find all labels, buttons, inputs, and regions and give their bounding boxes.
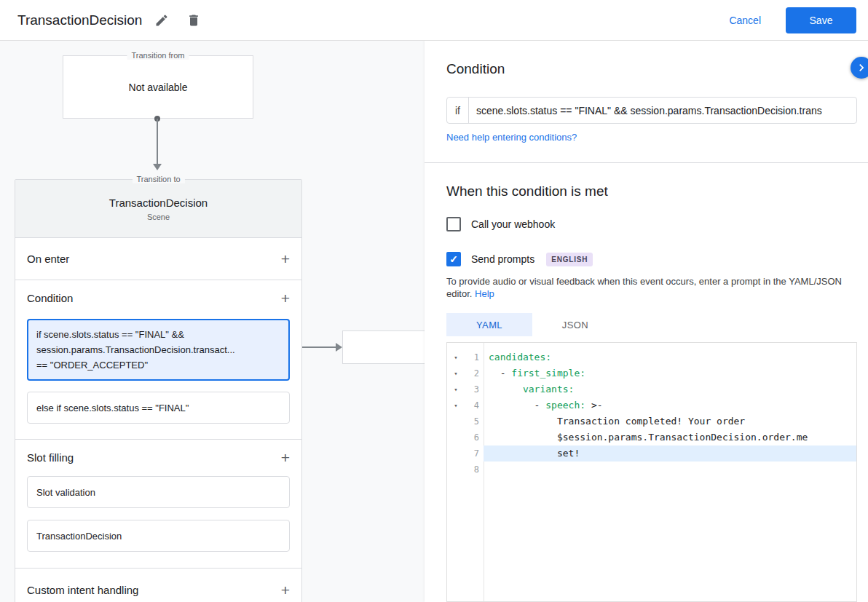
send-prompts-row: Send prompts ENGLISH [446, 252, 593, 266]
code-text: - speech: >- [484, 397, 856, 413]
panel-divider [425, 162, 868, 163]
connector-line-vertical [157, 119, 158, 164]
fold-arrow-icon[interactable]: ▾ [447, 354, 465, 361]
code-line[interactable]: ▾4 - speech: >- [447, 397, 856, 413]
condition-line: else if scene.slots.status == "FINAL" [36, 403, 189, 413]
slot-card-label: TransactionDecision [36, 531, 122, 542]
condition-line: == "ORDER_ACCEPTED" [36, 357, 280, 373]
chevron-right-icon [854, 60, 868, 75]
save-button[interactable]: Save [786, 7, 856, 33]
when-condition-met-title: When this condition is met [446, 183, 608, 199]
on-enter-label: On enter [27, 253, 69, 265]
prompt-editor-description: To provide audio or visual feedback when… [446, 275, 859, 300]
condition-card[interactable]: else if scene.slots.status == "FINAL" [27, 392, 290, 424]
add-custom-intent-button[interactable]: + [281, 582, 290, 598]
slot-card[interactable]: Slot validation [27, 476, 290, 508]
line-number: 1 [465, 352, 484, 363]
line-number: 7 [465, 448, 484, 459]
fold-arrow-icon[interactable]: ▾ [447, 402, 465, 409]
condition-section-label: Condition [27, 292, 73, 304]
if-keyword-label: if [447, 98, 469, 123]
yaml-editor[interactable]: ▾1candidates:▾2 - first_simple:▾3 varian… [446, 342, 857, 602]
condition-help-link[interactable]: Need help entering conditions? [446, 132, 577, 143]
tab-yaml[interactable]: YAML [446, 313, 532, 336]
transition-from-label: Transition from [127, 51, 189, 60]
slot-filling-section: Slot filling + Slot validation Transacti… [15, 440, 301, 569]
code-line[interactable]: 8 [447, 462, 856, 478]
condition-expression-input[interactable] [469, 98, 856, 123]
code-text: $session.params.TransactionDecision.orde… [484, 429, 856, 445]
add-slot-button[interactable]: + [281, 450, 290, 465]
slot-card[interactable]: TransactionDecision [27, 520, 290, 552]
topbar-actions: Cancel Save [714, 7, 856, 33]
custom-intent-label: Custom intent handling [27, 584, 138, 596]
language-badge: ENGLISH [546, 253, 593, 266]
arrow-down-icon [153, 164, 162, 170]
editor-tab-bar: YAML JSON [446, 313, 618, 336]
condition-section: Condition + if scene.slots.status == "FI… [15, 280, 301, 440]
transition-to-label: Transition to [132, 175, 184, 183]
code-text: candidates: [484, 349, 856, 365]
scene-name: TransactionDecision [109, 197, 208, 209]
add-condition-button[interactable]: + [281, 290, 290, 306]
scene-card-header: TransactionDecision Scene [15, 180, 301, 238]
transition-from-value: Not available [129, 82, 188, 93]
custom-intent-row[interactable]: Custom intent handling + [15, 569, 301, 602]
top-bar: TransactionDecision Cancel Save [0, 0, 868, 41]
code-line[interactable]: ▾1candidates: [447, 349, 856, 365]
page-title: TransactionDecision [17, 12, 142, 28]
code-line[interactable]: 5 Transaction completed! Your order [447, 413, 856, 429]
delete-scene-button[interactable] [181, 8, 206, 33]
code-line[interactable]: ▾3 variants: [447, 381, 856, 397]
collapse-panel-button[interactable] [851, 57, 868, 79]
scene-card: Transition to TransactionDecision Scene … [15, 179, 302, 602]
line-number: 5 [465, 416, 484, 427]
slot-filling-section-header: Slot filling + [15, 440, 301, 475]
code-line[interactable]: ▾2 - first_simple: [447, 365, 856, 381]
code-text [484, 462, 856, 478]
condition-detail-panel: Condition if Need help entering conditio… [425, 41, 868, 602]
code-line[interactable]: 6 $session.params.TransactionDecision.or… [447, 429, 856, 445]
line-number: 4 [465, 400, 484, 411]
call-webhook-label: Call your webhook [471, 218, 555, 230]
code-text: variants: [484, 381, 856, 397]
code-text: Transaction completed! Your order [484, 413, 856, 429]
description-text: To provide audio or visual feedback when… [446, 276, 842, 299]
fold-arrow-icon[interactable]: ▾ [447, 370, 465, 377]
add-on-enter-button[interactable]: + [281, 251, 290, 266]
condition-expression-row: if [446, 97, 857, 124]
fold-arrow-icon[interactable]: ▾ [447, 386, 465, 393]
send-prompts-label: Send prompts [471, 253, 534, 265]
code-text: set! [484, 445, 856, 462]
help-link[interactable]: Help [475, 288, 494, 299]
on-enter-row[interactable]: On enter + [15, 238, 301, 280]
panel-title: Condition [446, 61, 505, 77]
condition-line: if scene.slots.status == "FINAL" && [36, 327, 280, 342]
trash-icon [186, 13, 201, 28]
edit-title-button[interactable] [149, 8, 174, 33]
pencil-icon [154, 13, 169, 28]
condition-section-header: Condition + [15, 280, 301, 315]
tab-json[interactable]: JSON [532, 313, 618, 336]
code-text: - first_simple: [484, 365, 856, 381]
transition-from-box: Transition from Not available [63, 55, 253, 119]
send-prompts-checkbox[interactable] [446, 252, 461, 266]
call-webhook-row: Call your webhook [446, 217, 555, 231]
call-webhook-checkbox[interactable] [446, 217, 461, 231]
slot-filling-label: Slot filling [27, 451, 74, 464]
cancel-button[interactable]: Cancel [714, 9, 776, 32]
condition-card-selected[interactable]: if scene.slots.status == "FINAL" && sess… [27, 319, 290, 381]
linked-node-box[interactable] [342, 330, 427, 364]
scene-type: Scene [147, 213, 170, 221]
arrow-right-icon [336, 343, 342, 352]
slot-card-label: Slot validation [36, 487, 95, 498]
line-number: 6 [465, 432, 484, 443]
yaml-editor-lines: ▾1candidates:▾2 - first_simple:▾3 varian… [447, 343, 856, 478]
line-number: 8 [465, 464, 484, 475]
line-number: 3 [465, 384, 484, 395]
code-line[interactable]: 7 set! [447, 445, 856, 462]
line-number: 2 [465, 368, 484, 379]
condition-line: session.params.TransactionDecision.trans… [36, 342, 280, 357]
